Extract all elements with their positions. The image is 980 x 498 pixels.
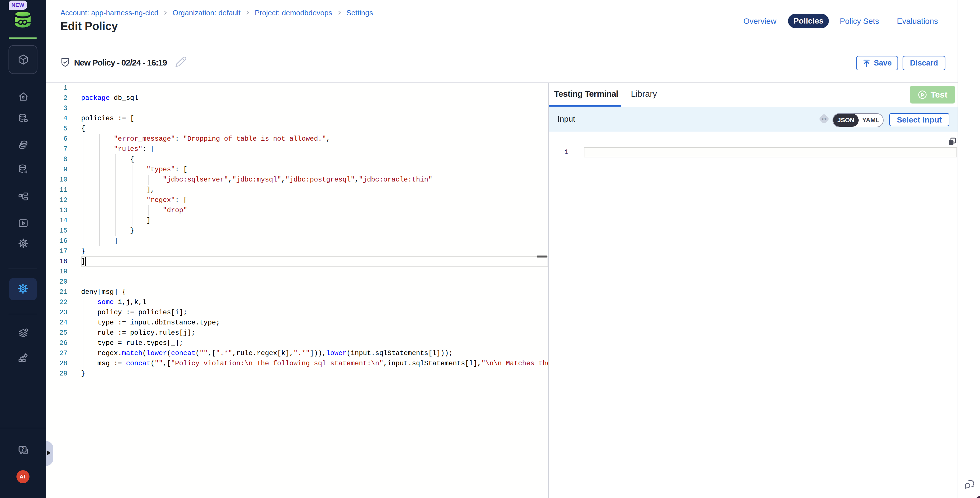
svg-text:?: ? — [21, 446, 24, 452]
svg-text:</>: </> — [821, 117, 827, 121]
